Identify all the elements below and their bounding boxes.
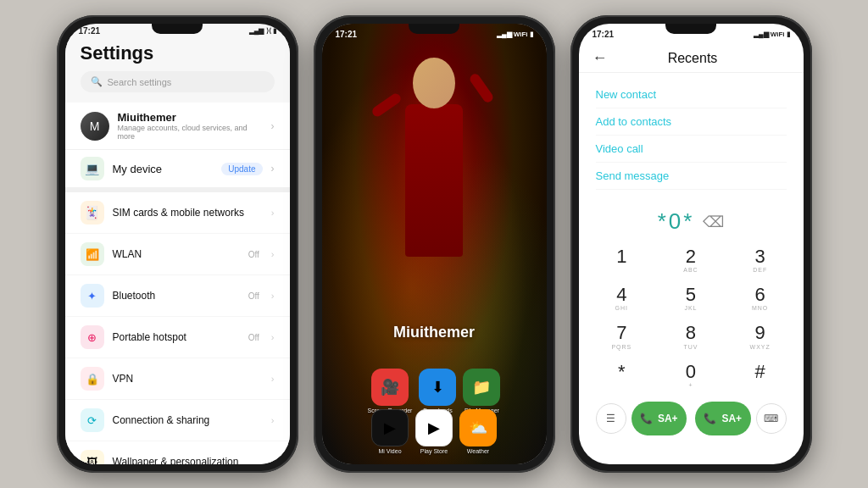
- vpn-label: VPN: [113, 373, 263, 385]
- app-mi-video[interactable]: ▶ Mi Video: [371, 409, 409, 454]
- settings-item-hotspot[interactable]: ⊕ Portable hotspot Off ›: [65, 317, 290, 358]
- account-section[interactable]: M Miuithemer Manage accounts, cloud serv…: [65, 103, 290, 150]
- option-send-message[interactable]: Send message: [596, 163, 787, 190]
- phone-left: 17:21 ▂▄▆ ⟩⟨ ▮ Settings 🔍 Search setting…: [57, 15, 298, 473]
- chevron-icon-wallpaper: ›: [271, 457, 275, 464]
- chevron-icon-sim: ›: [271, 208, 275, 218]
- key-8[interactable]: 8 TUV: [656, 318, 726, 356]
- chevron-icon-bluetooth: ›: [271, 291, 275, 301]
- key-star-num: *: [618, 362, 626, 382]
- key-1[interactable]: 1: [587, 241, 657, 280]
- call-label-1: SA+: [658, 413, 678, 424]
- backspace-icon[interactable]: ⌫: [703, 213, 724, 231]
- menu-button[interactable]: ☰: [596, 403, 626, 434]
- settings-item-bluetooth[interactable]: ✦ Bluetooth Off ›: [65, 275, 290, 317]
- app-play-store[interactable]: ▶ Play Store: [415, 409, 453, 454]
- battery-icon-center: ▮: [530, 30, 533, 38]
- key-7-letters: PQRS: [611, 344, 632, 352]
- connection-icon: ⟳: [81, 408, 104, 432]
- signal-icon-left: ▂▄▆: [249, 27, 264, 35]
- app-downloads[interactable]: ⬇ Downloads: [419, 369, 456, 413]
- bluetooth-icon: ✦: [81, 284, 104, 308]
- joker-head: [413, 58, 455, 108]
- back-button[interactable]: ←: [593, 49, 608, 67]
- keypad-toggle-button[interactable]: ⌨: [756, 403, 787, 434]
- phone-right: 17:21 ▂▄▆ WiFi ▮ ← Recents New contact A…: [570, 15, 812, 473]
- wifi-icon-center: WiFi: [514, 30, 528, 38]
- screen-recorder-icon: 🎥: [371, 369, 409, 406]
- vpn-icon: 🔒: [81, 367, 104, 391]
- keypad-icon: ⌨: [764, 413, 778, 424]
- key-3[interactable]: 3 DEF: [726, 241, 795, 280]
- key-9[interactable]: 9 WXYZ: [726, 318, 795, 356]
- notch: [152, 24, 203, 34]
- time-center: 17:21: [336, 30, 358, 39]
- wallpaper-icon: 🖼: [81, 450, 104, 464]
- settings-item-wlan[interactable]: 📶 WLAN Off ›: [65, 234, 290, 275]
- hotspot-label: Portable hotspot: [113, 331, 240, 343]
- wlan-icon: 📶: [81, 242, 104, 266]
- key-hash[interactable]: #: [726, 357, 795, 395]
- option-new-contact[interactable]: New contact: [596, 81, 787, 108]
- key-7[interactable]: 7 PQRS: [587, 318, 657, 356]
- key-0-letters: +: [688, 382, 693, 390]
- call-icon-1: 📞: [640, 413, 653, 424]
- phone-center: 17:21 ▂▄▆ WiFi ▮ Miuithemer 🎥 Screen Re: [314, 15, 555, 473]
- app-weather[interactable]: ⛅ Weather: [459, 409, 497, 454]
- key-3-num: 3: [755, 247, 765, 267]
- bluetooth-value: Off: [248, 291, 259, 301]
- menu-icon: ☰: [606, 413, 615, 424]
- search-bar[interactable]: 🔍 Search settings: [81, 71, 275, 92]
- device-icon: 💻: [81, 157, 104, 180]
- time-left: 17:21: [79, 26, 101, 36]
- key-6[interactable]: 6 MNO: [726, 280, 795, 318]
- key-0[interactable]: 0 +: [656, 357, 726, 395]
- account-name: Miuithemer: [118, 111, 263, 124]
- key-9-num: 9: [755, 323, 765, 343]
- app-file-manager[interactable]: 📁 File Manager: [463, 369, 500, 413]
- bluetooth-label: Bluetooth: [113, 290, 240, 302]
- key-5-letters: JKL: [684, 305, 697, 313]
- status-icons-right: ▂▄▆ WiFi ▮: [754, 30, 789, 38]
- dialer-title: Recents: [616, 51, 770, 66]
- call-button-1[interactable]: 📞 SA+: [632, 402, 687, 435]
- wifi-icon-left: ⟩⟨: [266, 27, 271, 35]
- app-dock-row1: 🎥 Screen Recorder ⬇ Downloads 📁 File Man…: [335, 369, 534, 413]
- key-star[interactable]: *: [587, 357, 657, 395]
- hotspot-icon: ⊕: [81, 325, 104, 349]
- battery-icon-right: ▮: [787, 30, 790, 38]
- wlan-value: Off: [248, 250, 259, 259]
- hotspot-value: Off: [248, 333, 259, 342]
- mi-video-icon: ▶: [371, 409, 409, 446]
- mi-video-label: Mi Video: [378, 448, 401, 454]
- home-screen: 17:21 ▂▄▆ WiFi ▮ Miuithemer 🎥 Screen Re: [322, 24, 547, 464]
- key-2-letters: ABC: [683, 267, 698, 274]
- settings-items-group: 🃏 SIM cards & mobile networks › 📶 WLAN O…: [65, 192, 290, 464]
- wlan-label: WLAN: [113, 248, 240, 260]
- my-device-row[interactable]: 💻 My device Update ›: [65, 150, 290, 192]
- avatar: M: [81, 112, 109, 141]
- key-1-num: 1: [616, 247, 626, 267]
- settings-item-connection[interactable]: ⟳ Connection & sharing ›: [65, 400, 290, 441]
- chevron-icon-hotspot: ›: [271, 332, 275, 342]
- settings-item-wallpaper[interactable]: 🖼 Wallpaper & personalization ›: [65, 441, 290, 464]
- call-button-2[interactable]: 📞 SA+: [695, 402, 751, 435]
- key-2[interactable]: 2 ABC: [656, 241, 726, 280]
- sim-icon: 🃏: [81, 201, 104, 225]
- settings-item-sim[interactable]: 🃏 SIM cards & mobile networks ›: [65, 192, 290, 234]
- settings-item-vpn[interactable]: 🔒 VPN ›: [65, 358, 290, 400]
- key-6-letters: MNO: [752, 305, 768, 313]
- option-add-contacts[interactable]: Add to contacts: [596, 108, 787, 136]
- option-video-call[interactable]: Video call: [596, 136, 787, 163]
- search-placeholder: Search settings: [108, 77, 172, 87]
- chevron-icon-device: ›: [271, 163, 275, 175]
- keypad: 1 2 ABC 3 DEF 4 GHI: [579, 241, 804, 395]
- call-label-2: SA+: [721, 413, 742, 424]
- play-store-icon: ▶: [415, 409, 453, 446]
- downloads-icon: ⬇: [419, 369, 456, 406]
- key-5[interactable]: 5 JKL: [656, 280, 726, 318]
- app-dock-row2: ▶ Mi Video ▶ Play Store ⛅ Weather: [335, 409, 534, 454]
- key-4[interactable]: 4 GHI: [587, 280, 657, 318]
- app-screen-recorder[interactable]: 🎥 Screen Recorder: [368, 369, 413, 413]
- weather-icon: ⛅: [459, 409, 497, 446]
